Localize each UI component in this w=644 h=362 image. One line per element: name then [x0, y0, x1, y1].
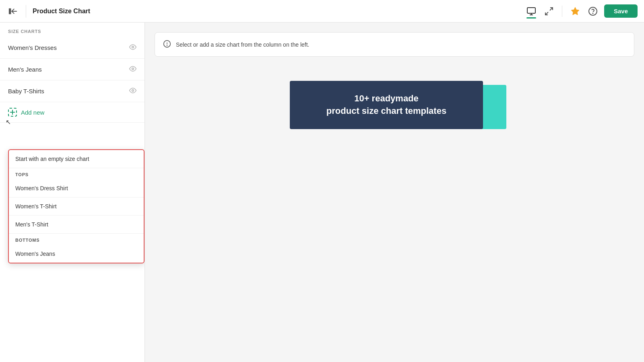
- header-icons: Save: [525, 4, 638, 18]
- svg-point-11: [132, 68, 134, 70]
- main-layout: SIZE CHARTS Women's Dresses Men's Jeans …: [0, 23, 644, 362]
- content-area: Select or add a size chart from the colu…: [145, 23, 644, 362]
- sidebar-item-label: Baby T-Shirts: [8, 88, 44, 95]
- header-right-divider: [562, 6, 562, 17]
- dropdown-womens-jeans[interactable]: Women's Jeans: [9, 245, 144, 263]
- back-button[interactable]: [6, 5, 19, 18]
- info-text: Select or add a size chart from the colu…: [176, 41, 310, 48]
- info-banner: Select or add a size chart from the colu…: [155, 32, 634, 57]
- save-button[interactable]: Save: [604, 4, 638, 18]
- sidebar-item-label: Men's Jeans: [8, 66, 42, 73]
- resize-icon-button[interactable]: [543, 5, 555, 18]
- eye-icon: [129, 65, 136, 74]
- svg-point-10: [132, 46, 134, 48]
- svg-rect-2: [527, 8, 535, 13]
- svg-rect-1: [9, 8, 11, 14]
- sidebar-item-womens-dresses[interactable]: Women's Dresses: [0, 37, 144, 59]
- promo-text: 10+ readymade product size chart templat…: [318, 93, 454, 117]
- dropdown-empty-item[interactable]: Start with an empty size chart: [9, 150, 144, 168]
- eye-icon: [129, 87, 136, 95]
- dropdown-womens-tshirt[interactable]: Women's T-Shirt: [9, 197, 144, 216]
- promo-main-bg: 10+ readymade product size chart templat…: [290, 81, 483, 129]
- dropdown-mens-tshirt[interactable]: Men's T-Shirt: [9, 216, 144, 234]
- sidebar-item-baby-tshirts[interactable]: Baby T-Shirts: [0, 80, 144, 102]
- svg-line-5: [550, 8, 553, 10]
- svg-line-6: [545, 12, 548, 15]
- header-divider: [26, 5, 26, 18]
- sidebar-section-label: SIZE CHARTS: [0, 23, 144, 37]
- dropdown-tops-label: TOPS: [9, 168, 144, 179]
- info-icon: [163, 40, 171, 49]
- promo-card: 10+ readymade product size chart templat…: [290, 81, 499, 133]
- help-icon-button[interactable]: [586, 5, 599, 18]
- add-new-label: Add new: [21, 109, 44, 116]
- add-new-dropdown: Start with an empty size chart TOPS Wome…: [8, 149, 144, 263]
- add-icon: [8, 108, 17, 117]
- sidebar-item-label: Women's Dresses: [8, 44, 57, 51]
- star-icon-button[interactable]: [569, 5, 582, 18]
- sidebar: SIZE CHARTS Women's Dresses Men's Jeans …: [0, 23, 145, 362]
- promo-area: 10+ readymade product size chart templat…: [155, 81, 634, 133]
- page-title: Product Size Chart: [33, 8, 518, 15]
- dropdown-womens-dress-shirt[interactable]: Women's Dress Shirt: [9, 179, 144, 197]
- monitor-icon-button[interactable]: [525, 5, 538, 18]
- cursor-icon: ↖: [6, 118, 11, 126]
- eye-icon: [129, 43, 136, 52]
- sidebar-item-mens-jeans[interactable]: Men's Jeans: [0, 59, 144, 80]
- add-new-button[interactable]: Add new ↖: [0, 102, 144, 123]
- svg-point-12: [132, 90, 134, 92]
- svg-marker-7: [571, 7, 579, 15]
- dropdown-bottoms-label: BOTTOMS: [9, 234, 144, 245]
